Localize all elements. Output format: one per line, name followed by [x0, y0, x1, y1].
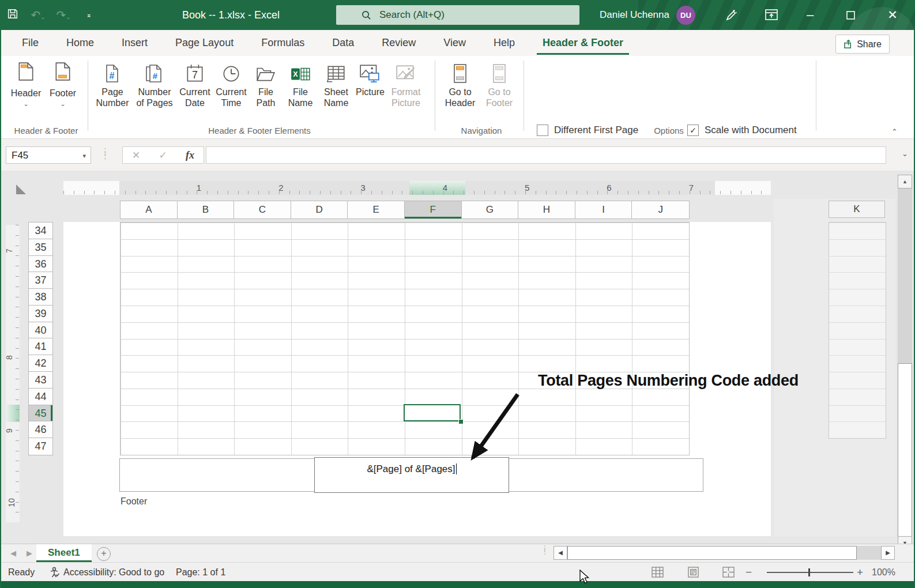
column-header-k[interactable]: K — [829, 201, 885, 218]
row-header-44[interactable]: 44 — [29, 389, 52, 405]
tab-header-footer[interactable]: Header & Footer — [529, 30, 637, 56]
scrollbar-resize-handle[interactable]: ⋮⋮ — [541, 546, 548, 553]
collapse-ribbon-button[interactable]: ⌃ — [891, 127, 898, 136]
ruler-number: 7 — [689, 183, 694, 193]
tab-formulas[interactable]: Formulas — [247, 30, 318, 56]
page-layout-view-icon[interactable] — [687, 567, 699, 578]
redo-button[interactable]: ↷⌄ — [51, 8, 76, 22]
scroll-down-button[interactable]: ▼ — [898, 536, 912, 544]
formula-input[interactable] — [206, 146, 886, 164]
zoom-slider-handle[interactable] — [808, 568, 810, 576]
tab-file[interactable]: File — [8, 30, 52, 56]
expand-formula-bar-icon[interactable]: ⌄ — [902, 149, 908, 158]
tab-review[interactable]: Review — [368, 30, 430, 56]
footer-section-left[interactable] — [119, 458, 315, 492]
column-header-g[interactable]: G — [462, 201, 519, 218]
zoom-out-button[interactable]: − — [745, 563, 752, 582]
column-header-c[interactable]: C — [234, 201, 291, 218]
tab-help[interactable]: Help — [480, 30, 529, 56]
column-header-i[interactable]: I — [575, 201, 632, 218]
accessibility-icon[interactable] — [49, 567, 61, 578]
minimize-button[interactable]: – — [799, 0, 822, 30]
current-time-button[interactable]: CurrentTime — [213, 60, 249, 128]
go-to-header-button[interactable]: Go toHeader — [439, 60, 481, 128]
row-header-39[interactable]: 39 — [29, 306, 52, 322]
share-button[interactable]: Share — [835, 35, 890, 54]
row-header-36[interactable]: 36 — [29, 256, 52, 273]
ribbon-button-label: Footer — [481, 97, 518, 108]
save-button[interactable] — [0, 7, 25, 22]
current-date-button[interactable]: 7CurrentDate — [176, 60, 213, 128]
cancel-icon[interactable]: ✕ — [132, 149, 140, 161]
footer-button[interactable]: Footer ⌄ — [45, 60, 81, 133]
row-header-46[interactable]: 46 — [29, 421, 52, 438]
normal-view-icon[interactable] — [652, 567, 664, 578]
formula-bar-row: F45 ▾ ⋮⋮ ✕ ✓ fx ⌄ — [0, 139, 915, 171]
horizontal-scrollbar-thumb[interactable] — [567, 546, 857, 560]
row-header-40[interactable]: 40 — [29, 322, 52, 339]
customize-qat-button[interactable]: ⌅ — [76, 11, 101, 19]
vertical-scrollbar[interactable]: ▲ ▼ — [898, 175, 912, 544]
row-header-37[interactable]: 37 — [29, 272, 52, 289]
enter-icon[interactable]: ✓ — [159, 149, 167, 161]
tab-view[interactable]: View — [430, 30, 480, 56]
row-header-41[interactable]: 41 — [29, 338, 52, 355]
number-of-pages-button[interactable]: #Numberof Pages — [133, 60, 176, 128]
unchecked-checkbox-icon[interactable] — [537, 125, 548, 136]
column-header-j[interactable]: J — [632, 201, 689, 218]
zoom-level[interactable]: 100% — [872, 563, 895, 582]
scroll-right-button[interactable]: ▶ — [881, 546, 895, 560]
vertical-scrollbar-thumb[interactable] — [898, 363, 912, 537]
row-header-42[interactable]: 42 — [29, 355, 52, 372]
file-path-button[interactable]: FilePath — [249, 60, 283, 128]
row-header-38[interactable]: 38 — [29, 289, 52, 306]
row-header-45[interactable]: 45 — [29, 405, 52, 422]
page-number-button[interactable]: #PageNumber — [92, 60, 133, 128]
tab-insert[interactable]: Insert — [108, 30, 161, 56]
ribbon-button-label: File — [283, 86, 318, 97]
checkbox-label: Different First Page — [554, 125, 638, 136]
scroll-left-button[interactable]: ◀ — [553, 546, 567, 560]
name-box-dropdown-icon[interactable]: ▾ — [82, 147, 86, 164]
row-header-43[interactable]: 43 — [29, 372, 52, 389]
page-break-preview-icon[interactable] — [722, 567, 735, 578]
column-header-d[interactable]: D — [291, 201, 348, 218]
user-name[interactable]: Daniel Uchenna — [600, 0, 669, 30]
previous-sheet-button[interactable]: ◀ — [10, 544, 16, 563]
column-header-b[interactable]: B — [178, 201, 235, 218]
header-button[interactable]: Header ⌄ — [8, 60, 44, 133]
column-header-h[interactable]: H — [518, 201, 575, 218]
sheet-name-button[interactable]: SheetName — [318, 60, 354, 128]
group-label-header-footer: Header & Footer — [8, 126, 84, 135]
row-header-34[interactable]: 34 — [29, 223, 52, 239]
checkbox-different-first-page[interactable]: Different First Page — [537, 125, 638, 136]
tab-home[interactable]: Home — [52, 30, 108, 56]
name-box[interactable]: F45 ▾ — [6, 146, 91, 164]
column-header-e[interactable]: E — [348, 201, 405, 218]
tab-page-layout[interactable]: Page Layout — [161, 30, 247, 56]
maximize-button[interactable] — [839, 0, 862, 30]
undo-button[interactable]: ↶⌄ — [25, 8, 51, 22]
zoom-slider-track[interactable] — [767, 572, 853, 573]
file-name-button[interactable]: XFileName — [283, 60, 318, 128]
row-header-47[interactable]: 47 — [29, 438, 52, 455]
search-input[interactable]: Search (Alt+Q) — [336, 5, 579, 25]
close-button[interactable]: ✕ — [881, 0, 904, 30]
picture-button[interactable]: Picture — [354, 60, 386, 128]
ribbon-display-options-button[interactable] — [760, 0, 783, 30]
add-sheet-button[interactable]: + — [97, 547, 111, 561]
zoom-in-button[interactable]: + — [857, 563, 863, 582]
avatar[interactable]: DU — [676, 6, 695, 25]
drag-handle-dots[interactable]: ⋮⋮ — [101, 149, 110, 157]
sheet-tab-sheet1[interactable]: Sheet1 — [36, 544, 92, 562]
editor-pen-button[interactable] — [719, 0, 742, 30]
next-sheet-button[interactable]: ▶ — [27, 544, 32, 563]
column-header-f[interactable]: F — [405, 201, 462, 218]
accessibility-status[interactable]: Accessibility: Good to go — [63, 563, 164, 582]
row-header-35[interactable]: 35 — [29, 239, 52, 256]
tab-data[interactable]: Data — [318, 30, 368, 56]
insert-function-icon[interactable]: fx — [186, 149, 194, 161]
column-header-a[interactable]: A — [121, 201, 178, 218]
scroll-up-button[interactable]: ▲ — [898, 175, 912, 189]
select-all-button[interactable] — [14, 182, 28, 198]
